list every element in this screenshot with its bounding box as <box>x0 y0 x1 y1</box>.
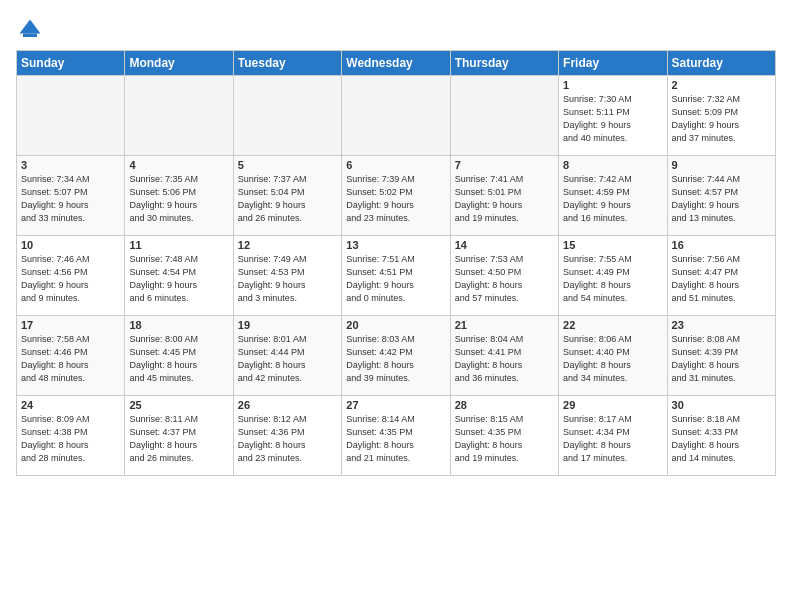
day-number: 22 <box>563 319 662 331</box>
day-info: Sunrise: 8:18 AM Sunset: 4:33 PM Dayligh… <box>672 413 771 465</box>
week-row-1: 1Sunrise: 7:30 AM Sunset: 5:11 PM Daylig… <box>17 76 776 156</box>
day-cell <box>125 76 233 156</box>
day-cell <box>233 76 341 156</box>
day-info: Sunrise: 7:44 AM Sunset: 4:57 PM Dayligh… <box>672 173 771 225</box>
day-cell: 17Sunrise: 7:58 AM Sunset: 4:46 PM Dayli… <box>17 316 125 396</box>
day-cell: 16Sunrise: 7:56 AM Sunset: 4:47 PM Dayli… <box>667 236 775 316</box>
day-number: 1 <box>563 79 662 91</box>
day-info: Sunrise: 7:37 AM Sunset: 5:04 PM Dayligh… <box>238 173 337 225</box>
day-number: 7 <box>455 159 554 171</box>
day-number: 20 <box>346 319 445 331</box>
day-number: 17 <box>21 319 120 331</box>
day-info: Sunrise: 8:11 AM Sunset: 4:37 PM Dayligh… <box>129 413 228 465</box>
day-number: 10 <box>21 239 120 251</box>
day-cell: 20Sunrise: 8:03 AM Sunset: 4:42 PM Dayli… <box>342 316 450 396</box>
day-cell: 9Sunrise: 7:44 AM Sunset: 4:57 PM Daylig… <box>667 156 775 236</box>
day-info: Sunrise: 7:34 AM Sunset: 5:07 PM Dayligh… <box>21 173 120 225</box>
day-info: Sunrise: 7:41 AM Sunset: 5:01 PM Dayligh… <box>455 173 554 225</box>
day-number: 12 <box>238 239 337 251</box>
day-number: 9 <box>672 159 771 171</box>
day-number: 11 <box>129 239 228 251</box>
day-cell: 1Sunrise: 7:30 AM Sunset: 5:11 PM Daylig… <box>559 76 667 156</box>
week-row-5: 24Sunrise: 8:09 AM Sunset: 4:38 PM Dayli… <box>17 396 776 476</box>
day-info: Sunrise: 8:15 AM Sunset: 4:35 PM Dayligh… <box>455 413 554 465</box>
weekday-header-row: SundayMondayTuesdayWednesdayThursdayFrid… <box>17 51 776 76</box>
day-cell: 28Sunrise: 8:15 AM Sunset: 4:35 PM Dayli… <box>450 396 558 476</box>
day-info: Sunrise: 7:48 AM Sunset: 4:54 PM Dayligh… <box>129 253 228 305</box>
day-number: 15 <box>563 239 662 251</box>
day-cell: 2Sunrise: 7:32 AM Sunset: 5:09 PM Daylig… <box>667 76 775 156</box>
day-cell: 6Sunrise: 7:39 AM Sunset: 5:02 PM Daylig… <box>342 156 450 236</box>
day-cell: 27Sunrise: 8:14 AM Sunset: 4:35 PM Dayli… <box>342 396 450 476</box>
day-cell: 24Sunrise: 8:09 AM Sunset: 4:38 PM Dayli… <box>17 396 125 476</box>
day-number: 18 <box>129 319 228 331</box>
svg-rect-1 <box>23 34 37 38</box>
day-number: 29 <box>563 399 662 411</box>
page: SundayMondayTuesdayWednesdayThursdayFrid… <box>0 0 792 484</box>
day-info: Sunrise: 7:51 AM Sunset: 4:51 PM Dayligh… <box>346 253 445 305</box>
day-info: Sunrise: 8:03 AM Sunset: 4:42 PM Dayligh… <box>346 333 445 385</box>
day-number: 30 <box>672 399 771 411</box>
day-number: 28 <box>455 399 554 411</box>
day-number: 21 <box>455 319 554 331</box>
weekday-header-wednesday: Wednesday <box>342 51 450 76</box>
day-number: 4 <box>129 159 228 171</box>
day-cell: 22Sunrise: 8:06 AM Sunset: 4:40 PM Dayli… <box>559 316 667 396</box>
day-number: 19 <box>238 319 337 331</box>
day-number: 3 <box>21 159 120 171</box>
day-cell: 11Sunrise: 7:48 AM Sunset: 4:54 PM Dayli… <box>125 236 233 316</box>
day-cell <box>342 76 450 156</box>
day-info: Sunrise: 8:09 AM Sunset: 4:38 PM Dayligh… <box>21 413 120 465</box>
day-info: Sunrise: 8:08 AM Sunset: 4:39 PM Dayligh… <box>672 333 771 385</box>
weekday-header-thursday: Thursday <box>450 51 558 76</box>
day-info: Sunrise: 8:04 AM Sunset: 4:41 PM Dayligh… <box>455 333 554 385</box>
day-cell: 8Sunrise: 7:42 AM Sunset: 4:59 PM Daylig… <box>559 156 667 236</box>
header <box>16 16 776 44</box>
day-cell: 19Sunrise: 8:01 AM Sunset: 4:44 PM Dayli… <box>233 316 341 396</box>
calendar: SundayMondayTuesdayWednesdayThursdayFrid… <box>16 50 776 476</box>
day-info: Sunrise: 7:46 AM Sunset: 4:56 PM Dayligh… <box>21 253 120 305</box>
day-number: 5 <box>238 159 337 171</box>
day-number: 2 <box>672 79 771 91</box>
day-number: 8 <box>563 159 662 171</box>
day-cell: 3Sunrise: 7:34 AM Sunset: 5:07 PM Daylig… <box>17 156 125 236</box>
day-number: 14 <box>455 239 554 251</box>
day-info: Sunrise: 7:53 AM Sunset: 4:50 PM Dayligh… <box>455 253 554 305</box>
day-info: Sunrise: 8:12 AM Sunset: 4:36 PM Dayligh… <box>238 413 337 465</box>
day-info: Sunrise: 7:39 AM Sunset: 5:02 PM Dayligh… <box>346 173 445 225</box>
day-number: 23 <box>672 319 771 331</box>
day-number: 16 <box>672 239 771 251</box>
week-row-2: 3Sunrise: 7:34 AM Sunset: 5:07 PM Daylig… <box>17 156 776 236</box>
weekday-header-friday: Friday <box>559 51 667 76</box>
day-cell: 15Sunrise: 7:55 AM Sunset: 4:49 PM Dayli… <box>559 236 667 316</box>
logo-icon <box>16 16 44 44</box>
day-number: 26 <box>238 399 337 411</box>
day-cell: 25Sunrise: 8:11 AM Sunset: 4:37 PM Dayli… <box>125 396 233 476</box>
day-info: Sunrise: 7:42 AM Sunset: 4:59 PM Dayligh… <box>563 173 662 225</box>
day-info: Sunrise: 7:35 AM Sunset: 5:06 PM Dayligh… <box>129 173 228 225</box>
day-cell: 30Sunrise: 8:18 AM Sunset: 4:33 PM Dayli… <box>667 396 775 476</box>
day-info: Sunrise: 7:55 AM Sunset: 4:49 PM Dayligh… <box>563 253 662 305</box>
day-cell: 26Sunrise: 8:12 AM Sunset: 4:36 PM Dayli… <box>233 396 341 476</box>
day-cell <box>17 76 125 156</box>
day-cell: 12Sunrise: 7:49 AM Sunset: 4:53 PM Dayli… <box>233 236 341 316</box>
day-info: Sunrise: 7:32 AM Sunset: 5:09 PM Dayligh… <box>672 93 771 145</box>
day-info: Sunrise: 8:14 AM Sunset: 4:35 PM Dayligh… <box>346 413 445 465</box>
day-cell: 14Sunrise: 7:53 AM Sunset: 4:50 PM Dayli… <box>450 236 558 316</box>
day-cell: 29Sunrise: 8:17 AM Sunset: 4:34 PM Dayli… <box>559 396 667 476</box>
day-cell: 18Sunrise: 8:00 AM Sunset: 4:45 PM Dayli… <box>125 316 233 396</box>
day-info: Sunrise: 7:30 AM Sunset: 5:11 PM Dayligh… <box>563 93 662 145</box>
day-number: 25 <box>129 399 228 411</box>
day-info: Sunrise: 8:06 AM Sunset: 4:40 PM Dayligh… <box>563 333 662 385</box>
weekday-header-sunday: Sunday <box>17 51 125 76</box>
day-number: 6 <box>346 159 445 171</box>
day-info: Sunrise: 7:56 AM Sunset: 4:47 PM Dayligh… <box>672 253 771 305</box>
day-info: Sunrise: 8:01 AM Sunset: 4:44 PM Dayligh… <box>238 333 337 385</box>
svg-marker-0 <box>20 20 41 34</box>
day-cell: 7Sunrise: 7:41 AM Sunset: 5:01 PM Daylig… <box>450 156 558 236</box>
weekday-header-saturday: Saturday <box>667 51 775 76</box>
week-row-4: 17Sunrise: 7:58 AM Sunset: 4:46 PM Dayli… <box>17 316 776 396</box>
day-number: 27 <box>346 399 445 411</box>
day-cell <box>450 76 558 156</box>
day-cell: 4Sunrise: 7:35 AM Sunset: 5:06 PM Daylig… <box>125 156 233 236</box>
